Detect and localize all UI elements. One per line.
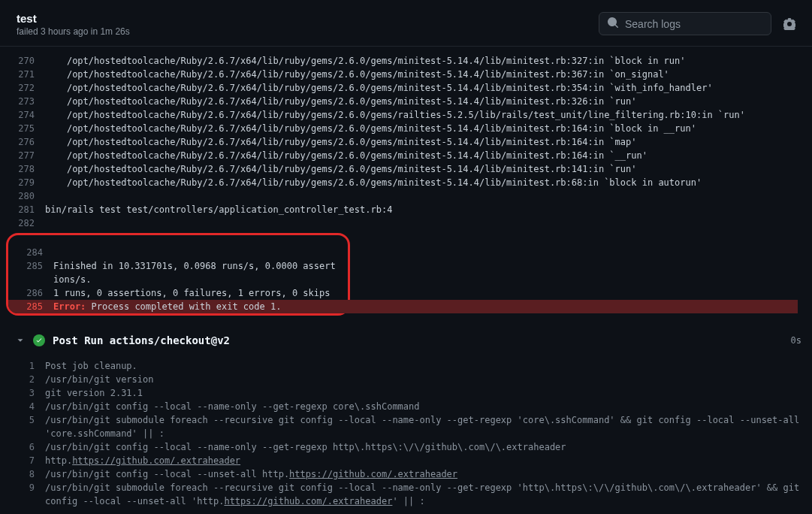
line-text bbox=[53, 246, 348, 259]
line-text: /usr/bin/git config --local --name-only … bbox=[45, 400, 812, 413]
link[interactable]: https://github.com/.extraheader bbox=[289, 469, 457, 479]
log-line: 280 bbox=[0, 189, 812, 203]
line-text: /opt/hostedtoolcache/Ruby/2.6.7/x64/lib/… bbox=[45, 122, 812, 135]
line-text: /usr/bin/git version bbox=[45, 373, 812, 386]
line-number: 274 bbox=[0, 108, 45, 122]
line-number: 2 bbox=[0, 373, 45, 386]
gear-icon bbox=[783, 18, 795, 30]
log-line: 9/usr/bin/git submodule foreach --recurs… bbox=[0, 481, 812, 508]
line-text: /usr/bin/git config --local --unset-all … bbox=[45, 467, 812, 481]
line-text: /opt/hostedtoolcache/Ruby/2.6.7/x64/lib/… bbox=[45, 68, 812, 81]
line-number: 284 bbox=[8, 246, 53, 259]
step-title: Post Run actions/checkout@v2 bbox=[53, 334, 230, 347]
log-line: 274 /opt/hostedtoolcache/Ruby/2.6.7/x64/… bbox=[0, 108, 812, 122]
line-number: 270 bbox=[0, 54, 45, 68]
settings-button[interactable] bbox=[779, 14, 800, 35]
line-text: /opt/hostedtoolcache/Ruby/2.6.7/x64/lib/… bbox=[45, 81, 812, 95]
line-number: 271 bbox=[0, 68, 45, 81]
line-text: /opt/hostedtoolcache/Ruby/2.6.7/x64/lib/… bbox=[45, 135, 812, 149]
line-text bbox=[45, 189, 812, 203]
log-line: 2861 runs, 0 assertions, 0 failures, 1 e… bbox=[8, 286, 348, 300]
line-number: 5 bbox=[0, 413, 45, 440]
line-text bbox=[45, 216, 812, 230]
log-line: 271 /opt/hostedtoolcache/Ruby/2.6.7/x64/… bbox=[0, 68, 812, 81]
line-number: 285 bbox=[8, 259, 53, 286]
line-number: 275 bbox=[0, 122, 45, 135]
highlight-annotation: 284285Finished in 10.331701s, 0.0968 run… bbox=[6, 233, 350, 316]
log-line: 6/usr/bin/git config --local --name-only… bbox=[0, 440, 812, 454]
line-text: bin/rails test test/controllers/applicat… bbox=[45, 203, 812, 216]
log-header: test failed 3 hours ago in 1m 26s bbox=[0, 0, 812, 47]
log-line: 284 bbox=[8, 246, 348, 259]
line-text: /opt/hostedtoolcache/Ruby/2.6.7/x64/lib/… bbox=[45, 162, 812, 176]
check-icon bbox=[33, 334, 45, 346]
log-line: 270 /opt/hostedtoolcache/Ruby/2.6.7/x64/… bbox=[0, 54, 812, 68]
log-pane[interactable]: 270 /opt/hostedtoolcache/Ruby/2.6.7/x64/… bbox=[0, 47, 812, 514]
line-number: 9 bbox=[0, 481, 45, 508]
job-status: failed 3 hours ago in 1m 26s bbox=[17, 26, 130, 37]
line-text: Finished in 10.331701s, 0.0968 runs/s, 0… bbox=[53, 259, 348, 286]
line-number: 277 bbox=[0, 149, 45, 162]
line-number: 276 bbox=[0, 135, 45, 149]
line-text: http.https://github.com/.extraheader bbox=[45, 454, 812, 467]
line-number: 280 bbox=[0, 189, 45, 203]
step-header-post-checkout[interactable]: Post Run actions/checkout@v2 0s bbox=[0, 328, 812, 353]
line-text: /opt/hostedtoolcache/Ruby/2.6.7/x64/lib/… bbox=[45, 108, 812, 122]
log-line: 8/usr/bin/git config --local --unset-all… bbox=[0, 467, 812, 481]
log-line: 285Finished in 10.331701s, 0.0968 runs/s… bbox=[8, 259, 348, 286]
line-number: 6 bbox=[0, 440, 45, 454]
line-number: 7 bbox=[0, 454, 45, 467]
error-line-tail bbox=[342, 300, 798, 313]
log-line: 3git version 2.31.1 bbox=[0, 386, 812, 400]
log-line: 4/usr/bin/git config --local --name-only… bbox=[0, 400, 812, 413]
line-number: 273 bbox=[0, 95, 45, 108]
log-line: 7http.https://github.com/.extraheader bbox=[0, 454, 812, 467]
line-number: 278 bbox=[0, 162, 45, 176]
search-icon bbox=[607, 17, 619, 31]
log-line: 279 /opt/hostedtoolcache/Ruby/2.6.7/x64/… bbox=[0, 176, 812, 189]
line-number: 8 bbox=[0, 467, 45, 481]
log-line: 275 /opt/hostedtoolcache/Ruby/2.6.7/x64/… bbox=[0, 122, 812, 135]
line-text: /opt/hostedtoolcache/Ruby/2.6.7/x64/lib/… bbox=[45, 149, 812, 162]
chevron-down-icon bbox=[15, 335, 26, 346]
job-title: test bbox=[17, 12, 130, 25]
log-line: 282 bbox=[0, 216, 812, 230]
line-text: git version 2.31.1 bbox=[45, 386, 812, 400]
line-number: 279 bbox=[0, 176, 45, 189]
link[interactable]: https://github.com/.extraheader bbox=[224, 496, 392, 506]
search-box[interactable] bbox=[599, 12, 771, 35]
line-number: 282 bbox=[0, 216, 45, 230]
log-line: 272 /opt/hostedtoolcache/Ruby/2.6.7/x64/… bbox=[0, 81, 812, 95]
log-line: 277 /opt/hostedtoolcache/Ruby/2.6.7/x64/… bbox=[0, 149, 812, 162]
line-number: 272 bbox=[0, 81, 45, 95]
line-number: 1 bbox=[0, 359, 45, 373]
log-line: 1Post job cleanup. bbox=[0, 359, 812, 373]
log-line: 278 /opt/hostedtoolcache/Ruby/2.6.7/x64/… bbox=[0, 162, 812, 176]
line-number: 281 bbox=[0, 203, 45, 216]
line-text: /opt/hostedtoolcache/Ruby/2.6.7/x64/lib/… bbox=[45, 54, 812, 68]
step-duration: 0s bbox=[791, 334, 801, 347]
line-text: /usr/bin/git submodule foreach --recursi… bbox=[45, 481, 812, 508]
line-text: /opt/hostedtoolcache/Ruby/2.6.7/x64/lib/… bbox=[45, 95, 812, 108]
line-text: 1 runs, 0 assertions, 0 failures, 1 erro… bbox=[53, 286, 348, 300]
log-line: 273 /opt/hostedtoolcache/Ruby/2.6.7/x64/… bbox=[0, 95, 812, 108]
log-line: 5/usr/bin/git submodule foreach --recurs… bbox=[0, 413, 812, 440]
link[interactable]: https://github.com/.extraheader bbox=[72, 455, 240, 466]
log-line: 2/usr/bin/git version bbox=[0, 373, 812, 386]
line-text: Post job cleanup. bbox=[45, 359, 812, 373]
log-line: 281bin/rails test test/controllers/appli… bbox=[0, 203, 812, 216]
error-line: 285 Error: Process completed with exit c… bbox=[8, 300, 348, 313]
line-text: /usr/bin/git config --local --name-only … bbox=[45, 440, 812, 454]
line-number: 286 bbox=[8, 286, 53, 300]
log-line: 276 /opt/hostedtoolcache/Ruby/2.6.7/x64/… bbox=[0, 135, 812, 149]
line-number: 4 bbox=[0, 400, 45, 413]
line-text: /usr/bin/git submodule foreach --recursi… bbox=[45, 413, 812, 440]
search-input[interactable] bbox=[625, 18, 763, 30]
line-text: /opt/hostedtoolcache/Ruby/2.6.7/x64/lib/… bbox=[45, 176, 812, 189]
line-number: 3 bbox=[0, 386, 45, 400]
